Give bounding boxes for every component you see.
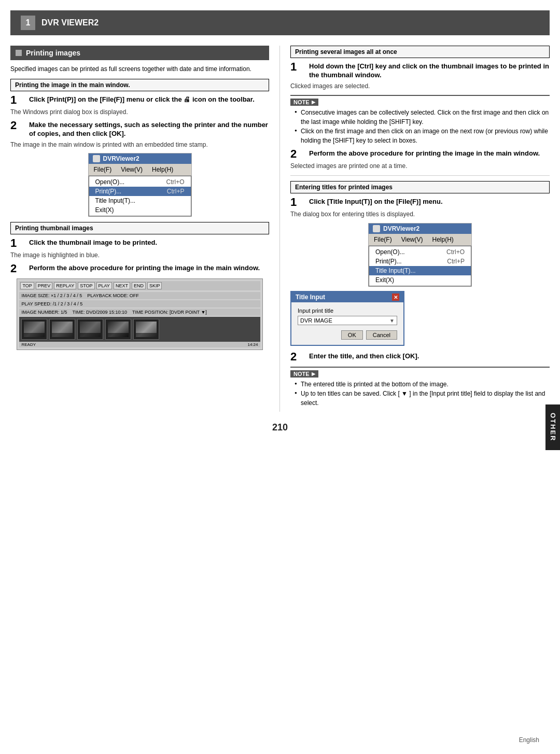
dropdown-arrow-icon[interactable]: ▼ — [389, 318, 395, 324]
title-step-2: 2 Enter the title, and then click [OK]. — [290, 352, 550, 362]
step-num-1: 1 — [10, 94, 26, 106]
tb-play[interactable]: PLAY — [96, 282, 112, 289]
left-column: Printing images Specified images can be … — [10, 46, 280, 412]
thumb-footer-right: 14:24 — [247, 342, 258, 347]
playback-label: PLAYBACK MODE: OFF — [87, 293, 138, 298]
note-item-1: Consecutive images can be collectively s… — [295, 108, 550, 127]
app-icon-2 — [373, 225, 380, 232]
dialog-cancel-button[interactable]: Cancel — [366, 330, 397, 340]
menu-exit-2[interactable]: Exit(X) — [369, 275, 471, 285]
side-tab-other: OTHER — [545, 404, 560, 450]
step-1-left: 1 Click [Print(P)] on the [File(F)] menu… — [10, 95, 269, 106]
thumb-img-5[interactable] — [133, 319, 159, 340]
thumb-step-2-text: Perform the above procedure for printing… — [29, 264, 260, 273]
title-step-num-2: 2 — [290, 351, 306, 362]
menu-file-1[interactable]: File(F) — [92, 165, 114, 174]
menu-help-1[interactable]: Help(H) — [150, 165, 175, 174]
thumb-step-2: 2 Perform the above procedure for printi… — [10, 264, 269, 274]
dialog-title-bar: Title Input ✕ — [291, 292, 403, 302]
tb-prev[interactable]: PREV — [36, 282, 53, 289]
right-column: Printing several images all at once 1 Ho… — [280, 46, 550, 412]
intro-text: Specified images can be printed as full … — [10, 64, 269, 74]
page-number: 210 — [272, 422, 288, 432]
dialog-input-field[interactable]: DVR IMAGE ▼ — [298, 316, 397, 325]
menu-title-1: DVRViewer2 — [103, 155, 139, 162]
right-step-num-1: 1 — [290, 61, 306, 73]
sub-section-main-window: Printing the image in the main window. — [10, 79, 269, 91]
right-step-1-text: Hold down the [Ctrl] key and click on th… — [309, 62, 550, 80]
note-label-2: NOTE — [290, 370, 318, 378]
menu-screenshot-2: DVRViewer2 File(F) View(V) Help(H) Open(… — [368, 223, 472, 287]
menu-print-1[interactable]: Print(P)...Ctrl+P — [89, 187, 191, 196]
page-header: 1 DVR VIEWER2 — [10, 10, 550, 35]
thumb-img-inner-1 — [24, 322, 45, 337]
thumb-controls: IMAGE SIZE: ×1 / 2 / 3 / 4 / 5 PLAYBACK … — [19, 292, 260, 299]
thumb-controls2: PLAY SPEED: /1 / 2 / 3 / 4 / 5 — [19, 300, 260, 308]
menubar-2: File(F) View(V) Help(H) — [369, 234, 471, 246]
thumb-img-inner-2 — [52, 322, 73, 337]
note-box-2: NOTE The entered title is printed at the… — [290, 367, 550, 408]
menu-dropdown-1: Open(O)...Ctrl+O Print(P)...Ctrl+P Title… — [89, 176, 191, 216]
note-label-1: NOTE — [290, 99, 318, 106]
thumb-img-2[interactable] — [49, 319, 75, 340]
right-step-2: 2 Perform the above procedure for printi… — [290, 149, 550, 160]
step-2-text: Make the necessary settings, such as sel… — [29, 121, 269, 138]
thumbnail-screenshot: TOP PREV REPLAY STOP PLAY NEXT END SKIP … — [17, 278, 262, 350]
menu-open-1[interactable]: Open(O)...Ctrl+O — [89, 177, 191, 187]
menu-view-2[interactable]: View(V) — [399, 235, 425, 244]
note-box-1: NOTE Consecutive images can be collectiv… — [290, 95, 550, 145]
time-label: TIME: DVD/2009 15:10:10 — [73, 310, 128, 315]
section-header-printing: Printing images — [10, 46, 269, 60]
section-title: Printing images — [26, 49, 80, 57]
thumb-img-4[interactable] — [105, 319, 131, 340]
menu-open-2[interactable]: Open(O)...Ctrl+O — [369, 247, 471, 257]
tb-top[interactable]: TOP — [20, 282, 34, 289]
menu-file-2[interactable]: File(F) — [372, 235, 394, 244]
dialog-buttons: OK Cancel — [298, 330, 397, 340]
note-item-4: Up to ten titles can be saved. Click [ ▼… — [295, 389, 550, 408]
language-label: English — [519, 736, 539, 744]
tb-skip[interactable]: SKIP — [147, 282, 162, 289]
right-step-1: 1 Hold down the [Ctrl] key and click on … — [290, 62, 550, 80]
tb-next[interactable]: NEXT — [114, 282, 130, 289]
menu-print-2[interactable]: Print(P)...Ctrl+P — [369, 257, 471, 266]
tb-stop[interactable]: STOP — [78, 282, 94, 289]
sub-section-several: Printing several images all at once — [290, 46, 550, 58]
tb-end[interactable]: END — [132, 282, 146, 289]
menu-help-2[interactable]: Help(H) — [430, 235, 455, 244]
menu-exit-1[interactable]: Exit(X) — [89, 205, 191, 215]
menu-title-input-1[interactable]: Title Input(T)... — [89, 196, 191, 205]
sub-section-thumbnail: Printing thumbnail images — [10, 222, 269, 234]
dialog-title-text: Title Input — [296, 294, 325, 301]
thumb-info: IMAGE NUMBER: 1/5 TIME: DVD/2009 15:10:1… — [19, 309, 260, 316]
title-step-2-text: Enter the title, and then click [OK]. — [309, 352, 419, 361]
step-2-left: 2 Make the necessary settings, such as s… — [10, 121, 269, 138]
menu-title-input-2[interactable]: Title Input(T)... — [369, 266, 471, 275]
section-icon — [16, 50, 22, 56]
title-input-dialog: Title Input ✕ Input print title DVR IMAG… — [290, 291, 404, 346]
position-label: TIME POSITION: [DVDR POINT ▼] — [132, 310, 207, 315]
tb-replay[interactable]: REPLAY — [54, 282, 76, 289]
step-1-text: Click [Print(P)] on the [File(F)] menu o… — [29, 95, 255, 104]
thumb-img-3[interactable] — [77, 319, 103, 340]
step-1-note: The Windows print dialog box is displaye… — [10, 108, 269, 117]
thumb-footer: READY 14:24 — [19, 342, 260, 347]
dialog-ok-button[interactable]: OK — [341, 330, 363, 340]
title-step-1: 1 Click [Title Input(T)] on the [File(F)… — [290, 198, 550, 208]
play-speed-label: PLAY SPEED: /1 / 2 / 3 / 4 / 5 — [21, 301, 82, 306]
menu-view-1[interactable]: View(V) — [119, 165, 145, 174]
thumb-images-row — [19, 317, 260, 342]
app-icon-1 — [93, 155, 100, 162]
main-content: Printing images Specified images can be … — [0, 46, 560, 412]
right-step-num-2: 2 — [290, 148, 306, 160]
thumb-step-1: 1 Click the thumbnail image to be printe… — [10, 239, 269, 249]
note-item-2: Click on the first image and then click … — [295, 127, 550, 145]
dialog-body: Input print title DVR IMAGE ▼ OK Cancel — [291, 302, 403, 345]
title-step-1-text: Click [Title Input(T)] on the [File(F)] … — [309, 198, 443, 206]
thumb-img-1[interactable] — [21, 319, 47, 340]
title-step-num-1: 1 — [290, 197, 306, 208]
thumb-img-inner-4 — [108, 322, 129, 337]
step-2-note: The image in the main window is printed … — [10, 141, 269, 149]
thumb-step-1-text: Click the thumbnail image to be printed. — [29, 239, 157, 247]
dialog-close-button[interactable]: ✕ — [392, 294, 399, 301]
